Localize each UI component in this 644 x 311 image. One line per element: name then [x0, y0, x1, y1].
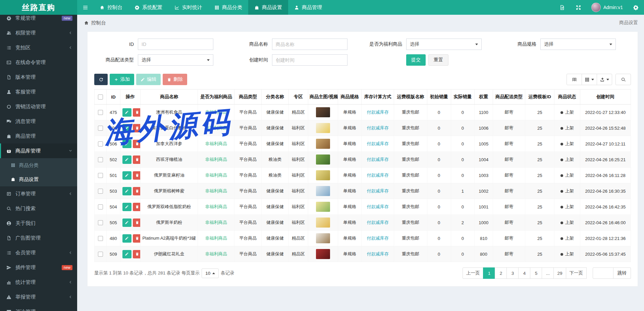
page-jump-input[interactable]: [593, 267, 613, 279]
nav-item-goods-category[interactable]: 商品分类: [208, 0, 248, 15]
sidebar-item-comment[interactable]: 评论管理: [0, 304, 77, 311]
refresh-button[interactable]: [94, 74, 108, 85]
delete-row-button[interactable]: [133, 124, 141, 132]
edit-row-button[interactable]: [122, 219, 131, 227]
page-29[interactable]: 29: [553, 267, 566, 279]
sidebar-item-statistics[interactable]: 统计管理: [0, 275, 77, 290]
sidebar-item-member[interactable]: 会员管理: [0, 245, 77, 260]
welfare-link[interactable]: 非福利商品: [205, 220, 227, 225]
delete-row-button[interactable]: [133, 140, 141, 148]
delete-row-button[interactable]: [133, 187, 141, 195]
row-checkbox[interactable]: [98, 110, 103, 115]
language-button[interactable]: [554, 0, 570, 15]
page-5[interactable]: 5: [530, 267, 542, 279]
edit-row-button[interactable]: [122, 108, 131, 117]
nav-item-console[interactable]: 控制台: [94, 0, 128, 15]
filter-input-goods-name[interactable]: [272, 39, 347, 50]
stock-method-link[interactable]: 付款减库存: [367, 141, 389, 146]
stock-method-link[interactable]: 付款减库存: [367, 173, 389, 178]
row-checkbox[interactable]: [98, 141, 103, 146]
page-jump-button[interactable]: 跳转: [613, 267, 631, 279]
row-checkbox[interactable]: [98, 252, 103, 257]
stock-method-link[interactable]: 付款减库存: [367, 110, 389, 115]
export-button[interactable]: [597, 74, 612, 85]
stock-method-link[interactable]: 付款减库存: [367, 220, 389, 225]
sidebar-item-goods-category[interactable]: 商品分类: [0, 158, 77, 172]
columns-button[interactable]: [582, 74, 597, 85]
sidebar-item-online-command[interactable]: 在线命令管理: [0, 55, 77, 70]
stock-method-link[interactable]: 付款减库存: [367, 125, 389, 130]
delete-row-button[interactable]: [133, 171, 141, 180]
reset-button[interactable]: 重置: [428, 54, 448, 66]
delete-row-button[interactable]: [133, 234, 141, 243]
stock-method-link[interactable]: 付款减库存: [367, 204, 389, 209]
breadcrumb[interactable]: 控制台: [84, 20, 106, 26]
sidebar-item-about-us[interactable]: 关于我们: [0, 216, 77, 231]
row-checkbox[interactable]: [98, 189, 103, 194]
welfare-link[interactable]: 非福利商品: [205, 110, 227, 115]
page-3[interactable]: 3: [506, 267, 519, 279]
delete-row-button[interactable]: [133, 203, 141, 211]
page-size-select[interactable]: 10: [202, 268, 219, 278]
row-checkbox[interactable]: [98, 173, 103, 178]
filter-input-id[interactable]: [138, 39, 213, 50]
row-checkbox[interactable]: [98, 204, 103, 209]
delete-button[interactable]: 删除: [163, 74, 187, 85]
sidebar-item-order[interactable]: 订单管理: [0, 186, 77, 201]
stock-method-link[interactable]: 付款减库存: [367, 251, 389, 256]
welfare-link[interactable]: 非福利商品: [205, 173, 227, 178]
detail-view-button[interactable]: [567, 74, 582, 85]
search-button[interactable]: [615, 74, 631, 85]
welfare-link[interactable]: 非福利商品: [205, 251, 227, 256]
row-checkbox[interactable]: [98, 236, 103, 241]
edit-row-button[interactable]: [122, 124, 131, 132]
edit-row-button[interactable]: [122, 250, 131, 258]
page-4[interactable]: 4: [518, 267, 530, 279]
fullscreen-button[interactable]: [570, 0, 587, 15]
row-checkbox[interactable]: [98, 126, 103, 131]
filter-select-goods-spec[interactable]: 选择: [540, 39, 616, 50]
sidebar-item-permission[interactable]: 权限管理: [0, 25, 77, 40]
filter-input-created-time[interactable]: [272, 54, 347, 66]
nav-item-realtime-stats[interactable]: 实时统计: [168, 0, 208, 15]
sidebar-item-auction-zone[interactable]: 竞拍区: [0, 40, 77, 55]
row-checkbox[interactable]: [98, 220, 103, 225]
page-2[interactable]: 2: [495, 267, 507, 279]
row-checkbox[interactable]: [98, 157, 103, 162]
sidebar-item-hot-search[interactable]: 热门搜索: [0, 201, 77, 216]
page-next[interactable]: 下一页: [566, 267, 587, 279]
select-all-checkbox[interactable]: [98, 95, 103, 100]
stock-method-link[interactable]: 付款减库存: [367, 157, 389, 162]
edit-row-button[interactable]: [122, 156, 131, 164]
welfare-link[interactable]: 非福利商品: [205, 125, 227, 130]
welfare-link[interactable]: 非福利商品: [205, 204, 227, 209]
sidebar-item-goods-manage[interactable]: 商品管理: [0, 129, 77, 143]
page-prev[interactable]: 上一页: [463, 267, 484, 279]
delete-row-button[interactable]: [133, 108, 141, 117]
sidebar-item-customer-service[interactable]: 客服管理: [0, 84, 77, 99]
edit-row-button[interactable]: [122, 171, 131, 180]
filter-select-is-welfare[interactable]: 选择: [406, 39, 482, 50]
welfare-link[interactable]: 非福利商品: [205, 188, 227, 193]
sidebar-item-general[interactable]: 常规管理new: [0, 15, 77, 25]
sidebar-item-plugin[interactable]: 插件管理new: [0, 260, 77, 275]
sidebar-item-marketing[interactable]: 营销活动管理: [0, 99, 77, 114]
sidebar-item-version[interactable]: 版本管理: [0, 70, 77, 84]
stock-method-link[interactable]: 付款减库存: [367, 188, 389, 193]
sidebar-item-report[interactable]: 举报管理: [0, 290, 77, 304]
delete-row-button[interactable]: [133, 219, 141, 227]
edit-row-button[interactable]: [122, 140, 131, 148]
settings-button[interactable]: [628, 0, 644, 15]
sidebar-item-goods-settings[interactable]: 商品设置: [0, 172, 77, 186]
delete-row-button[interactable]: [133, 250, 141, 258]
nav-item-goods-settings[interactable]: 商品设置: [248, 0, 288, 15]
user-menu[interactable]: Admin:v1: [587, 0, 628, 15]
filter-select-delivery-type[interactable]: 选择: [138, 54, 213, 66]
welfare-link[interactable]: 非福利商品: [205, 141, 227, 146]
stock-method-link[interactable]: 付款减库存: [367, 236, 389, 241]
page-1[interactable]: 1: [483, 267, 495, 279]
edit-row-button[interactable]: [122, 203, 131, 211]
sidebar-item-ad-image[interactable]: 广告图管理: [0, 231, 77, 245]
welfare-link[interactable]: 非福利商品: [205, 236, 227, 241]
edit-button[interactable]: 编辑: [136, 74, 161, 85]
